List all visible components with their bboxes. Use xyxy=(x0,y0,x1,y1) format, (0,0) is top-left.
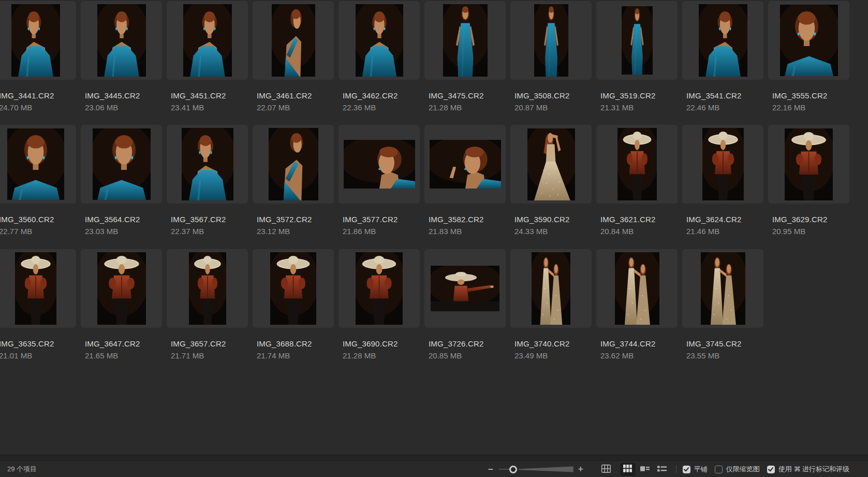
file-item[interactable]: IMG_3567.CR2 22.37 MB xyxy=(167,125,248,236)
thumbnail-tile[interactable] xyxy=(339,1,420,80)
grid-filled-icon xyxy=(623,465,632,474)
file-size: 20.84 MB xyxy=(600,227,678,236)
view-mode-group xyxy=(620,463,670,476)
file-name: IMG_3572.CR2 xyxy=(257,215,334,224)
file-name: IMG_3560.CR2 xyxy=(0,215,76,224)
thumbnail-tile[interactable] xyxy=(424,125,506,204)
file-item[interactable]: IMG_3564.CR2 23.03 MB xyxy=(81,125,162,236)
thumbnail-tile[interactable] xyxy=(0,1,76,80)
file-item[interactable]: IMG_3688.CR2 21.74 MB xyxy=(253,249,334,360)
view-list-button[interactable] xyxy=(654,463,670,476)
thumbnail-tile[interactable] xyxy=(81,1,162,80)
thumbnail-photo xyxy=(622,6,653,75)
zoom-slider-wedge[interactable] xyxy=(519,466,573,472)
thumbnail-tile[interactable] xyxy=(339,125,420,204)
thumbnail-photo xyxy=(527,128,575,200)
thumbnail-tile[interactable] xyxy=(0,249,76,328)
grid-outline-icon xyxy=(601,465,611,474)
file-item[interactable]: IMG_3560.CR2 22.77 MB xyxy=(0,125,76,236)
list-icon xyxy=(657,466,667,473)
file-item[interactable]: IMG_3624.CR2 21.46 MB xyxy=(682,125,763,236)
tile-checkbox[interactable]: 平铺 xyxy=(683,465,708,474)
file-item[interactable]: IMG_3462.CR2 22.36 MB xyxy=(339,1,420,112)
thumbnail-grid[interactable]: IMG_3441.CR2 24.70 MB IMG_3445.CR2 23.06… xyxy=(0,0,868,455)
thumbnail-tile[interactable] xyxy=(682,249,763,328)
thumbnail-photo xyxy=(356,252,403,325)
checkbox-unchecked-icon[interactable] xyxy=(715,466,723,473)
file-item[interactable]: IMG_3635.CR2 21.01 MB xyxy=(0,249,76,360)
file-item[interactable]: IMG_3461.CR2 22.07 MB xyxy=(253,1,334,112)
file-item[interactable]: IMG_3621.CR2 20.84 MB xyxy=(596,125,678,236)
thumbnail-tile[interactable] xyxy=(510,125,592,204)
file-item[interactable]: IMG_3555.CR2 22.16 MB xyxy=(768,1,849,112)
thumbnail-tile[interactable] xyxy=(510,249,592,328)
file-item[interactable]: IMG_3590.CR2 24.33 MB xyxy=(510,125,592,236)
thumbnail-tile[interactable] xyxy=(253,1,334,80)
file-item[interactable]: IMG_3582.CR2 21.83 MB xyxy=(424,125,506,236)
file-name: IMG_3541.CR2 xyxy=(686,91,763,100)
file-size: 21.65 MB xyxy=(85,351,162,360)
thumbnail-tile[interactable] xyxy=(81,249,162,328)
thumbnail-tile[interactable] xyxy=(682,1,763,80)
file-item[interactable]: IMG_3647.CR2 21.65 MB xyxy=(81,249,162,360)
file-item[interactable]: IMG_3726.CR2 20.85 MB xyxy=(424,249,506,360)
thumbnail-tile[interactable] xyxy=(424,1,506,80)
checkbox-checked-icon[interactable] xyxy=(683,466,690,473)
thumbnail-tile[interactable] xyxy=(596,125,678,204)
file-item[interactable]: IMG_3657.CR2 21.71 MB xyxy=(167,249,248,360)
thumbnail-tile[interactable] xyxy=(424,249,506,328)
toolbar-controls: − + xyxy=(487,463,849,476)
file-size: 23.62 MB xyxy=(600,351,678,360)
view-details-button[interactable] xyxy=(637,463,653,476)
thumbnail-photo xyxy=(699,4,747,77)
thumbnail-tile[interactable] xyxy=(339,249,420,328)
file-item[interactable]: IMG_3441.CR2 24.70 MB xyxy=(0,1,76,112)
file-item[interactable]: IMG_3690.CR2 21.28 MB xyxy=(339,249,420,360)
marking-rating-checkbox[interactable]: 使用 ⌘ 进行标记和评级 xyxy=(767,465,849,474)
file-size: 23.06 MB xyxy=(85,103,162,112)
checkbox-checked-icon[interactable] xyxy=(767,466,775,473)
file-size: 23.49 MB xyxy=(514,351,592,360)
thumbnail-tile[interactable] xyxy=(768,1,849,80)
thumbnail-photo xyxy=(701,252,745,325)
thumbnail-tile[interactable] xyxy=(682,125,763,204)
file-item[interactable]: IMG_3740.CR2 23.49 MB xyxy=(510,249,592,360)
thumbnail-tile[interactable] xyxy=(253,125,334,204)
file-item[interactable]: IMG_3745.CR2 23.55 MB xyxy=(682,249,763,360)
thumbnail-tile[interactable] xyxy=(167,249,248,328)
marking-rating-label: 使用 ⌘ 进行标记和评级 xyxy=(778,465,849,474)
file-item[interactable]: IMG_3541.CR2 22.46 MB xyxy=(682,1,763,112)
thumbnail-tile[interactable] xyxy=(81,125,162,204)
grid-overlay-button[interactable] xyxy=(598,463,614,476)
thumbnail-tile[interactable] xyxy=(596,249,678,328)
file-item[interactable]: IMG_3445.CR2 23.06 MB xyxy=(81,1,162,112)
file-item[interactable]: IMG_3475.CR2 21.28 MB xyxy=(424,1,506,112)
thumbnail-tile[interactable] xyxy=(167,1,248,80)
zoom-slider-knob[interactable] xyxy=(509,466,517,473)
file-item[interactable]: IMG_3744.CR2 23.62 MB xyxy=(596,249,678,360)
thumbnail-photo xyxy=(356,4,403,77)
status-bar: 29 个项目 − + xyxy=(0,460,868,477)
view-thumbnails-button[interactable] xyxy=(620,463,636,476)
file-item[interactable]: IMG_3572.CR2 23.12 MB xyxy=(253,125,334,236)
zoom-in-button[interactable]: + xyxy=(577,465,585,474)
file-item[interactable]: IMG_3629.CR2 20.95 MB xyxy=(768,125,849,236)
file-size: 21.28 MB xyxy=(343,351,420,360)
thumbnail-tile[interactable] xyxy=(768,125,849,204)
file-item[interactable]: IMG_3508.CR2 20.87 MB xyxy=(510,1,592,112)
file-name: IMG_3657.CR2 xyxy=(171,339,248,348)
thumbnails-only-checkbox[interactable]: 仅限缩览图 xyxy=(715,465,760,474)
thumbnail-tile[interactable] xyxy=(0,125,76,204)
thumbnail-photo xyxy=(443,4,488,77)
thumbnail-tile[interactable] xyxy=(510,1,592,80)
file-item[interactable]: IMG_3451.CR2 23.41 MB xyxy=(167,1,248,112)
file-size: 21.46 MB xyxy=(686,227,763,236)
file-item[interactable]: IMG_3577.CR2 21.86 MB xyxy=(339,125,420,236)
zoom-slider[interactable] xyxy=(498,465,573,473)
thumbnail-photo xyxy=(15,252,56,325)
thumbnail-tile[interactable] xyxy=(167,125,248,204)
zoom-out-button[interactable]: − xyxy=(487,465,495,474)
file-item[interactable]: IMG_3519.CR2 21.31 MB xyxy=(596,1,678,112)
thumbnail-tile[interactable] xyxy=(596,1,678,80)
thumbnail-tile[interactable] xyxy=(253,249,334,328)
